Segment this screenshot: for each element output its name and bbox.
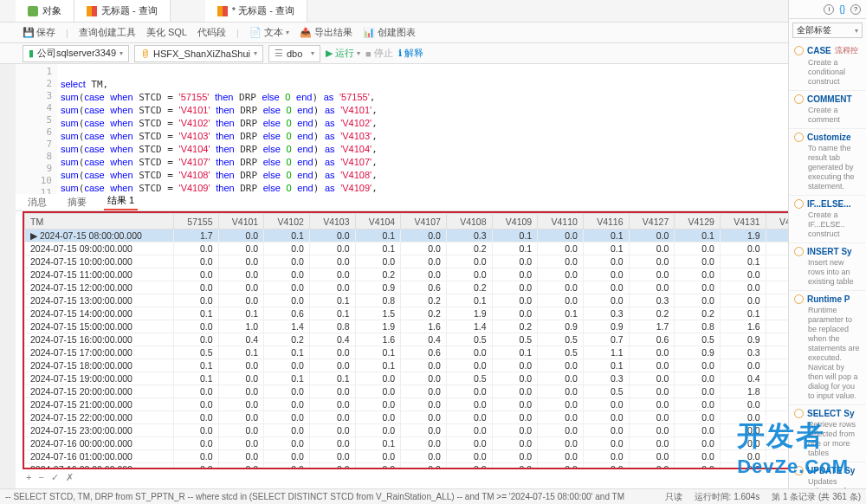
cell[interactable]: 0.0 bbox=[538, 229, 584, 242]
cell[interactable]: 0.4 bbox=[218, 333, 264, 346]
cell[interactable]: 0.0 bbox=[218, 437, 264, 450]
cell[interactable]: 0.0 bbox=[264, 398, 310, 411]
snippet-item[interactable]: Runtime P Runtime parameter to be replac… bbox=[789, 291, 866, 405]
cell[interactable]: 0.0 bbox=[264, 242, 310, 255]
table-row[interactable]: 2024-07-16 02:00:00.0000.00.00.00.00.00.… bbox=[25, 463, 857, 470]
cell[interactable]: 0.8 bbox=[355, 294, 401, 307]
cell[interactable]: 0.0 bbox=[492, 307, 538, 320]
cell[interactable]: ▶ 2024-07-15 08:00:00.000 bbox=[25, 229, 174, 242]
cell[interactable]: 1.6 bbox=[720, 320, 766, 333]
cell[interactable]: 0.0 bbox=[538, 255, 584, 268]
cell[interactable]: 0.2 bbox=[492, 320, 538, 333]
cell[interactable]: 0.0 bbox=[401, 255, 447, 268]
cell[interactable]: 0.0 bbox=[218, 450, 264, 463]
braces-icon[interactable]: {} bbox=[839, 4, 845, 14]
cell[interactable]: 0.3 bbox=[446, 229, 492, 242]
cell[interactable]: 0.0 bbox=[492, 398, 538, 411]
cell[interactable]: 0.5 bbox=[583, 385, 629, 398]
cell[interactable]: 1.4 bbox=[446, 320, 492, 333]
column-header[interactable]: V4101 bbox=[218, 214, 264, 229]
cell[interactable]: 0.2 bbox=[629, 307, 675, 320]
cell[interactable]: 1.6 bbox=[401, 320, 447, 333]
cell[interactable]: 0.0 bbox=[446, 463, 492, 470]
cell[interactable]: 0.6 bbox=[401, 346, 447, 359]
snippet-item[interactable]: CASE 流程控 Create a conditional construct bbox=[789, 42, 866, 91]
cell[interactable]: 0.8 bbox=[675, 320, 721, 333]
cell[interactable]: 0.0 bbox=[538, 294, 584, 307]
cell[interactable]: 0.0 bbox=[309, 463, 355, 470]
sql-editor[interactable]: 1234567891011121314 select TM,sum(case w… bbox=[16, 64, 779, 194]
cell[interactable]: 0.0 bbox=[538, 359, 584, 372]
cell[interactable]: 0.9 bbox=[538, 320, 584, 333]
column-header[interactable]: V4116 bbox=[583, 214, 629, 229]
cell[interactable]: 2024-07-15 13:00:00.000 bbox=[25, 294, 174, 307]
cell[interactable]: 1.0 bbox=[218, 320, 264, 333]
cell[interactable]: 2024-07-15 19:00:00.000 bbox=[25, 372, 174, 385]
add-row-button[interactable]: + bbox=[26, 472, 31, 482]
cell[interactable]: 0.0 bbox=[264, 385, 310, 398]
cell[interactable]: 1.7 bbox=[629, 320, 675, 333]
column-header[interactable]: V4107 bbox=[401, 214, 447, 229]
cell[interactable]: 0.0 bbox=[309, 424, 355, 437]
cell[interactable]: 0.0 bbox=[174, 398, 218, 411]
cell[interactable]: 0.0 bbox=[720, 294, 766, 307]
cell[interactable]: 0.5 bbox=[446, 372, 492, 385]
cell[interactable]: 2024-07-15 21:00:00.000 bbox=[25, 398, 174, 411]
cell[interactable]: 1.9 bbox=[720, 229, 766, 242]
snippet-item[interactable]: INSERT Sy Insert new rows into an existi… bbox=[789, 243, 866, 291]
cell[interactable]: 0.1 bbox=[264, 229, 310, 242]
cell[interactable]: 0.5 bbox=[538, 333, 584, 346]
cell[interactable]: 0.0 bbox=[583, 450, 629, 463]
beautify-sql-button[interactable]: 美化 SQL bbox=[146, 26, 187, 39]
column-header[interactable]: V4127 bbox=[629, 214, 675, 229]
cell[interactable]: 0.0 bbox=[401, 424, 447, 437]
cell[interactable]: 0.0 bbox=[401, 242, 447, 255]
cell[interactable]: 0.1 bbox=[174, 359, 218, 372]
cell[interactable]: 0.1 bbox=[355, 437, 401, 450]
messages-tab[interactable]: 消息 bbox=[24, 194, 50, 210]
cell[interactable]: 0.4 bbox=[309, 333, 355, 346]
cell[interactable]: 0.0 bbox=[720, 281, 766, 294]
cell[interactable]: 0.9 bbox=[720, 333, 766, 346]
cell[interactable]: 0.0 bbox=[218, 229, 264, 242]
cell[interactable]: 0.0 bbox=[583, 281, 629, 294]
tab-query-2[interactable]: * 无标题 - 查询 bbox=[205, 0, 307, 22]
cell[interactable]: 0.9 bbox=[583, 320, 629, 333]
cell[interactable]: 0.0 bbox=[174, 450, 218, 463]
table-row[interactable]: 2024-07-15 18:00:00.0000.10.00.00.00.10.… bbox=[25, 359, 857, 372]
cell[interactable]: 0.0 bbox=[629, 385, 675, 398]
cell[interactable]: 0.5 bbox=[174, 346, 218, 359]
cell[interactable]: 0.0 bbox=[401, 359, 447, 372]
table-row[interactable]: 2024-07-15 23:00:00.0000.00.00.00.00.00.… bbox=[25, 424, 857, 437]
cell[interactable]: 0.0 bbox=[174, 437, 218, 450]
cell[interactable]: 0.0 bbox=[583, 398, 629, 411]
cell[interactable]: 0.0 bbox=[629, 372, 675, 385]
schema-select[interactable]: ☰dbo▾ bbox=[268, 45, 320, 62]
cell[interactable]: 0.0 bbox=[492, 424, 538, 437]
cell[interactable]: 0.0 bbox=[629, 268, 675, 281]
text-button[interactable]: 📄文本▾ bbox=[249, 26, 289, 39]
stop-button[interactable]: ■ 停止 bbox=[365, 47, 393, 60]
help-icon[interactable]: ? bbox=[850, 4, 861, 15]
cell[interactable]: 0.0 bbox=[309, 385, 355, 398]
table-row[interactable]: 2024-07-15 15:00:00.0000.01.01.40.81.91.… bbox=[25, 320, 857, 333]
cell[interactable]: 0.0 bbox=[492, 450, 538, 463]
cell[interactable]: 0.0 bbox=[355, 385, 401, 398]
cell[interactable]: 0.1 bbox=[218, 346, 264, 359]
cell[interactable]: 0.3 bbox=[583, 307, 629, 320]
cell[interactable]: 0.0 bbox=[174, 294, 218, 307]
code-area[interactable]: select TM,sum(case when STCD = '57155' t… bbox=[57, 64, 779, 194]
tab-objects[interactable]: 对象 bbox=[16, 0, 74, 22]
cell[interactable]: 0.0 bbox=[218, 463, 264, 470]
cell[interactable]: 0.1 bbox=[309, 294, 355, 307]
cell[interactable]: 0.0 bbox=[446, 385, 492, 398]
cell[interactable]: 2024-07-15 20:00:00.000 bbox=[25, 385, 174, 398]
cell[interactable]: 0.0 bbox=[629, 346, 675, 359]
save-button[interactable]: 保存 bbox=[23, 26, 55, 39]
cell[interactable]: 0.0 bbox=[629, 437, 675, 450]
cell[interactable]: 0.4 bbox=[720, 372, 766, 385]
cell[interactable]: 0.0 bbox=[583, 268, 629, 281]
table-row[interactable]: 2024-07-16 01:00:00.0000.00.00.00.00.00.… bbox=[25, 450, 857, 463]
cell[interactable]: 0.0 bbox=[720, 398, 766, 411]
cell[interactable]: 0.0 bbox=[355, 450, 401, 463]
